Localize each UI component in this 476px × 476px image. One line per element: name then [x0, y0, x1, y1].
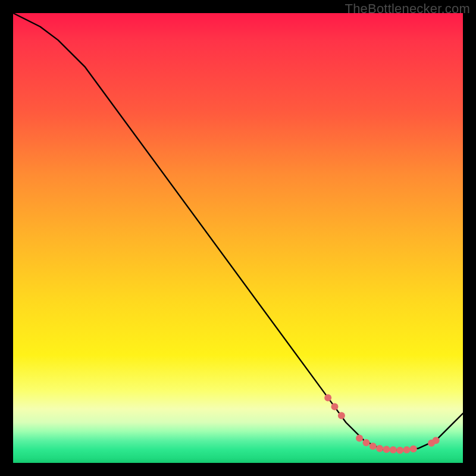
data-marker [363, 439, 370, 446]
bottleneck-curve [13, 13, 463, 450]
data-marker [433, 437, 440, 444]
data-marker [396, 447, 403, 454]
plot-area [13, 13, 463, 463]
chart-frame: TheBottlenecker.com [0, 0, 476, 476]
data-marker [403, 446, 411, 453]
chart-svg [13, 13, 463, 463]
data-marker [338, 412, 345, 419]
data-marker [383, 446, 390, 453]
data-marker [356, 434, 363, 441]
data-marker [331, 403, 339, 411]
marker-group [324, 394, 439, 453]
data-marker [376, 445, 383, 452]
watermark-text: TheBottlenecker.com [345, 1, 470, 17]
data-marker [324, 394, 331, 401]
data-marker [410, 446, 417, 453]
data-marker [369, 443, 377, 450]
data-marker [390, 446, 397, 453]
